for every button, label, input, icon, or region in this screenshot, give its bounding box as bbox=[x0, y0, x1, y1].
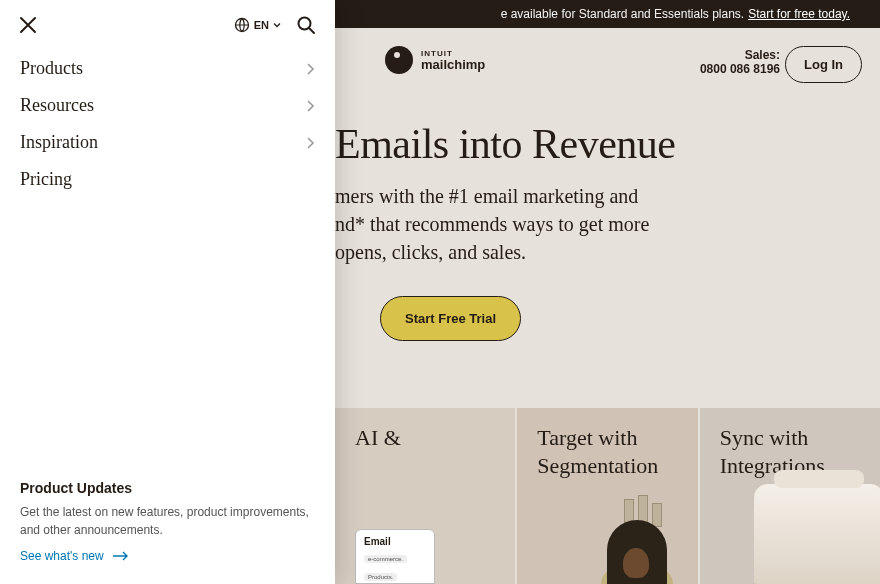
drawer-top: EN bbox=[0, 0, 335, 44]
feature-card-integrations[interactable]: Sync with Integrations bbox=[700, 408, 880, 584]
globe-icon bbox=[234, 17, 250, 33]
sales-label: Sales: bbox=[700, 48, 780, 62]
nav-list: Products Resources Inspiration Pricing bbox=[0, 44, 335, 204]
sales-block: Sales: 0800 086 8196 bbox=[700, 48, 780, 76]
email-label: Email bbox=[364, 536, 426, 547]
brand-text: INTUIT mailchimp bbox=[421, 50, 485, 71]
feature-card-ai[interactable]: AI & Email e-commerce. Products. bbox=[335, 408, 515, 584]
search-icon[interactable] bbox=[295, 14, 317, 36]
feature-cards-row: AI & Email e-commerce. Products. Target … bbox=[335, 408, 880, 584]
email-preview-box: Email e-commerce. Products. bbox=[355, 529, 435, 584]
nav-item-label: Pricing bbox=[20, 169, 72, 190]
nav-item-label: Resources bbox=[20, 95, 94, 116]
nav-item-resources[interactable]: Resources bbox=[12, 87, 323, 124]
login-button[interactable]: Log In bbox=[785, 46, 862, 83]
nav-item-inspiration[interactable]: Inspiration bbox=[12, 124, 323, 161]
hero-sub-line: nd* that recommends ways to get more bbox=[335, 210, 860, 238]
see-whats-new-link[interactable]: See what's new bbox=[20, 549, 130, 563]
see-whats-new-label: See what's new bbox=[20, 549, 104, 563]
footer-heading: Product Updates bbox=[20, 480, 315, 496]
language-code: EN bbox=[254, 19, 269, 31]
nav-item-label: Inspiration bbox=[20, 132, 98, 153]
nav-item-label: Products bbox=[20, 58, 83, 79]
sales-phone[interactable]: 0800 086 8196 bbox=[700, 62, 780, 76]
hero-sub-line: opens, clicks, and sales. bbox=[335, 238, 860, 266]
hero-subtitle: mers with the #1 email marketing and nd*… bbox=[335, 182, 860, 266]
arrow-right-icon bbox=[112, 551, 130, 561]
promo-text: e available for Standard and Essentials … bbox=[501, 7, 745, 21]
nav-drawer: EN Products Resources Inspiration bbox=[0, 0, 335, 584]
card-title: AI & bbox=[355, 424, 495, 452]
chevron-right-icon bbox=[305, 62, 315, 76]
email-chip: e-commerce. bbox=[364, 555, 407, 563]
feature-card-segmentation[interactable]: Target with Segmentation bbox=[517, 408, 697, 584]
brand-logo[interactable]: INTUIT mailchimp bbox=[385, 46, 485, 74]
hero: Emails into Revenue mers with the #1 ema… bbox=[335, 120, 860, 341]
drawer-footer: Product Updates Get the latest on new fe… bbox=[0, 464, 335, 584]
brand-name: mailchimp bbox=[421, 58, 485, 71]
start-free-trial-button[interactable]: Start Free Trial bbox=[380, 296, 521, 341]
person-illustration bbox=[567, 520, 687, 584]
promo-link[interactable]: Start for free today. bbox=[748, 7, 850, 21]
hero-sub-line: mers with the #1 email marketing and bbox=[335, 182, 860, 210]
chevron-right-icon bbox=[305, 99, 315, 113]
card-title: Target with Segmentation bbox=[537, 424, 677, 479]
chevron-down-icon bbox=[273, 21, 281, 29]
nav-item-products[interactable]: Products bbox=[12, 50, 323, 87]
email-chip: Products. bbox=[364, 573, 397, 581]
footer-body: Get the latest on new features, product … bbox=[20, 504, 315, 539]
close-icon[interactable] bbox=[18, 15, 38, 35]
hero-title: Emails into Revenue bbox=[335, 120, 860, 168]
mailchimp-logo-icon bbox=[385, 46, 413, 74]
chevron-right-icon bbox=[305, 136, 315, 150]
nav-item-pricing[interactable]: Pricing bbox=[12, 161, 323, 198]
language-switcher[interactable]: EN bbox=[234, 17, 281, 33]
speaker-illustration bbox=[754, 484, 880, 584]
